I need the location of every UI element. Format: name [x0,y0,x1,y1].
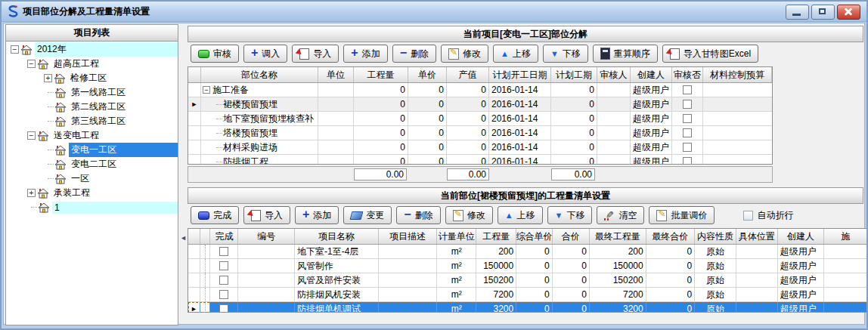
collapse-minus-icon[interactable] [203,86,210,94]
tree-node-chengzhuang[interactable]: 承装工程 [6,186,178,200]
audited-checkbox[interactable] [683,128,692,137]
tree-node-label[interactable]: 超高压工程 [51,57,178,71]
column-header[interactable]: 最终工程量 [590,229,646,244]
tree-node-label[interactable]: 送变电工程 [51,128,178,143]
modify-button[interactable]: 修改 [445,206,493,224]
table-row-selected[interactable]: ► 防排烟单机调试 m² 3200 0 0 3200 0 原始 超级用户 [188,302,867,313]
column-header[interactable]: 计划工期 [551,67,597,82]
done-checkbox[interactable] [219,290,228,299]
done-checkbox[interactable] [219,276,228,285]
autowrap-checkbox[interactable] [743,211,753,221]
column-header[interactable]: 合价 [553,229,590,244]
done-checkbox[interactable] [219,247,228,256]
audited-checkbox[interactable] [683,100,692,109]
tree-node-label[interactable]: 变电一工区 [69,143,178,157]
tree-node-label[interactable]: 变电二工区 [69,157,178,171]
table-row[interactable]: 风管制作 m² 150000 0 0 150000 0 原始 超级用户 [188,259,867,273]
column-header[interactable]: 编号 [238,229,295,244]
column-header[interactable]: 项目名称 [295,229,379,244]
audited-checkbox[interactable] [683,157,692,165]
table-row[interactable]: 施工准备 0 0 0 2016-01-14 0 超级用户 [188,83,772,97]
table-row[interactable]: 材料采购进场 0 0 0 2016-01-14 0 超级用户 [188,140,772,155]
tree-node-2012[interactable]: 2012年 [6,42,178,57]
tree-node-label[interactable]: 第一线路工区 [69,85,178,100]
column-header[interactable]: 综合单价 [516,229,552,244]
table-row[interactable]: 风管及部件安装 m² 150200 0 0 150200 0 原始 超级用户 [188,273,867,288]
collapse-minus-icon[interactable] [27,60,36,68]
done-checkbox[interactable] [219,261,228,270]
tree-node-chaogaoya[interactable]: 超高压工程 [6,57,178,71]
collapse-minus-icon[interactable] [27,131,36,140]
tree-node-label[interactable]: 检修工区 [68,71,178,85]
move-up-button[interactable]: 上移 [498,206,543,224]
tree-node-line2[interactable]: 第二线路工区 [6,100,178,114]
maximize-button[interactable] [811,5,835,20]
column-header[interactable]: 最终合价 [646,229,695,244]
tree-node-label[interactable]: 承装工程 [51,186,178,200]
table-row[interactable]: 塔楼预留预埋 0 0 0 2016-01-14 0 超级用户 [188,126,772,140]
autowrap-option[interactable]: 自动折行 [743,209,793,222]
clear-button[interactable]: 清空 [597,206,644,224]
tree-node-songbiandian[interactable]: 送变电工程 [6,128,178,143]
column-header[interactable]: 产值 [447,67,489,82]
move-down-button[interactable]: 下移 [543,45,588,63]
column-header[interactable]: 工程量 [476,229,516,244]
tree-node-1[interactable]: 1 [6,200,178,214]
done-checkbox[interactable] [219,304,228,313]
column-header[interactable]: 部位名称 [201,67,318,82]
import-button[interactable]: 导入 [292,45,339,63]
collapse-minus-icon[interactable] [11,45,19,54]
tree-node-jianxiu[interactable]: 检修工区 [6,71,178,85]
project-tree[interactable]: 2012年 超高压工程 检修工区 第一线路工区 第二线路工区 [6,42,178,325]
column-header[interactable]: 单价 [408,67,447,82]
tree-node-label[interactable]: 1 [52,202,178,214]
column-header[interactable]: 内容性质 [695,229,736,244]
load-in-button[interactable]: 调入 [243,45,287,63]
change-button[interactable]: 变更 [343,206,392,224]
column-header[interactable]: 创建人 [778,229,825,244]
add-button[interactable]: 添加 [295,206,339,224]
table-row-current[interactable]: ► 裙楼预留预埋 0 0 0 2016-01-14 0 超级用户 [188,97,772,112]
import-gantt-excel-button[interactable]: 导入甘特图Excel [662,45,758,63]
minimize-button[interactable] [786,5,809,20]
tree-node-label[interactable]: 第二线路工区 [69,100,178,114]
delete-button[interactable]: 删除 [396,206,440,224]
column-header[interactable]: 完成 [210,229,238,244]
column-header[interactable]: 创建人 [631,67,672,82]
finish-button[interactable]: 完成 [191,206,239,224]
column-header[interactable]: 施 [824,229,867,244]
move-up-button[interactable]: 上移 [493,45,538,63]
panel-splitter[interactable]: ◄ [180,24,187,325]
audited-checkbox[interactable] [683,85,692,94]
recalc-order-button[interactable]: 重算顺序 [593,45,658,63]
title-bar[interactable]: 项目部位分解及工程量清单设置 [2,2,866,22]
collapse-left-icon[interactable]: ◄ [180,234,187,242]
expand-plus-icon[interactable] [27,189,36,197]
tree-node-biandian1-selected[interactable]: 变电一工区 [6,143,178,157]
table-row[interactable]: 地下室-1至-4层 m² 200 0 0 200 0 原始 超级用户 [188,245,867,259]
tree-node-line3[interactable]: 第三线路工区 [6,114,178,128]
column-header[interactable]: 项目描述 [379,229,438,244]
column-header[interactable]: 单位 [318,67,354,82]
table-row[interactable]: 防排烟风机安装 m² 7200 0 0 7200 0 原始 超级用户 [188,288,867,302]
tree-node-biandian2[interactable]: 变电二工区 [6,157,178,171]
move-down-button[interactable]: 下移 [547,206,593,224]
tree-node-label[interactable]: 2012年 [35,42,178,57]
import-button[interactable]: 导入 [243,206,290,224]
tree-node-yiqu[interactable]: 一区 [6,171,178,186]
tree-node-line1[interactable]: 第一线路工区 [6,85,178,100]
add-button[interactable]: 添加 [343,45,387,63]
audit-button[interactable]: 审核 [191,45,239,63]
table-row[interactable]: 地下室预留预埋核查补 0 0 0 2016-01-14 0 超级用户 [188,112,772,126]
audited-checkbox[interactable] [683,143,692,152]
column-header[interactable]: 材料控制预算 [703,67,772,82]
tree-node-label[interactable]: 第三线路工区 [69,114,178,128]
column-header[interactable]: 工程量 [354,67,408,82]
column-header[interactable]: 审核人 [597,67,631,82]
column-header[interactable]: 审核否 [672,67,703,82]
delete-button[interactable]: 删除 [392,45,436,63]
column-header[interactable]: 计量单位 [437,229,476,244]
modify-button[interactable]: 修改 [441,45,488,63]
column-header[interactable]: 具体位置 [736,229,778,244]
table-row[interactable]: 防排烟工程 0 0 0 2016-01-14 0 超级用户 [188,155,772,165]
